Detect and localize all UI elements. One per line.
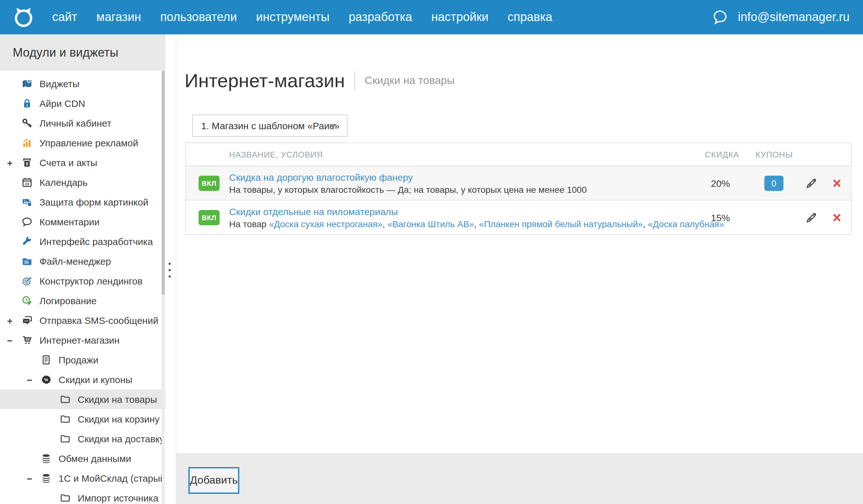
folder-icon <box>60 394 71 405</box>
cdn-lock-icon: A <box>22 98 33 109</box>
discount-value: 20% <box>692 178 749 188</box>
edit-button[interactable] <box>806 212 817 223</box>
sidebar-item[interactable]: −Интернет-магазин <box>0 330 165 350</box>
discount-title-link[interactable]: Скидка на дорогую влагостойкую фанеру <box>229 172 587 182</box>
sidebar-item[interactable]: Интерфейс разработчика <box>0 232 165 251</box>
discounts-table: НАЗВАНИЕ, УСЛОВИЯ СКИДКА КУПОНЫ ВКЛСкидк… <box>185 142 852 235</box>
topbar-menu-item[interactable]: настройки <box>431 10 488 24</box>
shop-select-dropdown[interactable]: 1. Магазин с шаблоном «Раис» <box>192 115 348 137</box>
widgets-map-icon <box>22 78 33 89</box>
sidebar-item-label: Айри CDN <box>39 98 85 109</box>
sidebar-item[interactable]: Логирование <box>0 291 165 311</box>
topbar-email-link[interactable]: info@sitemanager.ru <box>738 10 850 24</box>
add-discount-button[interactable]: Добавить <box>188 467 239 494</box>
sidebar-item[interactable]: Скидки на товары <box>0 389 165 409</box>
folder-icon <box>60 493 71 503</box>
topbar-menu-item[interactable]: справка <box>508 10 552 24</box>
sidebar-item-label: Логирование <box>39 295 97 306</box>
expand-icon[interactable]: + <box>7 316 13 325</box>
sidebar-item[interactable]: +$Счета и акты <box>0 153 165 173</box>
database-icon <box>41 453 52 464</box>
calendar-icon: 24 <box>22 177 33 188</box>
discount-name-cell: Скидки отдельные на пиломатериалыНа това… <box>229 206 675 229</box>
column-header-name: НАЗВАНИЕ, УСЛОВИЯ <box>229 150 323 159</box>
collapse-icon[interactable]: − <box>27 474 33 483</box>
sidebar-item[interactable]: Обмен данными <box>0 449 165 468</box>
sidebar-item-label: 1С и МойСклад (старый обмен) <box>59 473 165 484</box>
sidebar-item-label: Импорт источника <box>78 493 159 503</box>
edit-button[interactable] <box>806 177 817 189</box>
folder-icon <box>60 414 71 425</box>
sidebar-item-label: Комментарии <box>39 216 100 227</box>
expand-icon[interactable]: + <box>7 158 13 167</box>
sidebar-item[interactable]: +Отправка SMS-сообщений <box>0 311 165 330</box>
collapse-icon[interactable]: − <box>7 335 13 345</box>
sidebar-item[interactable]: Импорт источника <box>0 488 165 504</box>
topbar-menu-item[interactable]: пользователи <box>160 10 237 24</box>
page-head: Интернет-магазин Скидки на товары <box>185 71 455 90</box>
delete-button[interactable] <box>831 212 843 223</box>
discount-name-cell: Скидка на дорогую влагостойкую фанеруНа … <box>229 172 587 194</box>
sidebar-item-label: Защита форм картинкой <box>39 197 148 207</box>
sidebar-scrollbar-thumb[interactable] <box>162 71 165 295</box>
sidebar-item[interactable]: AАйри CDN <box>0 93 165 113</box>
topbar-menu-item[interactable]: магазин <box>97 10 141 24</box>
content-divider <box>176 34 176 504</box>
svg-text:%: % <box>44 377 48 382</box>
svg-text:$: $ <box>26 162 28 166</box>
product-link[interactable]: «Доска сухая нестроганая» <box>269 218 383 229</box>
delete-button[interactable] <box>831 177 843 189</box>
sidebar-item[interactable]: Защита форм картинкой <box>0 192 165 212</box>
page-title: Интернет-магазин <box>185 71 345 90</box>
product-link[interactable]: «Вагонка Штиль АВ» <box>388 218 474 229</box>
condition-text: , <box>474 218 479 229</box>
product-link[interactable]: «Планкен прямой белый натуральный» <box>479 218 643 229</box>
collapse-icon[interactable]: − <box>27 375 33 385</box>
sidebar-title: Модули и виджеты <box>0 34 165 71</box>
topbar-menu-item[interactable]: разработка <box>349 10 412 24</box>
sitemanager-logo-icon[interactable] <box>12 6 35 29</box>
discount-value: 15% <box>692 212 749 223</box>
sidebar-item-label: Календарь <box>39 177 88 188</box>
svg-text:24: 24 <box>25 182 29 186</box>
folder-files-icon <box>22 256 33 267</box>
sidebar-item-label: Виджеты <box>39 78 79 89</box>
topbar-menu-item[interactable]: сайт <box>52 10 77 24</box>
status-toggle-badge[interactable]: ВКЛ <box>199 210 220 225</box>
sidebar-item[interactable]: Скидки на доставку <box>0 429 165 449</box>
sidebar-item[interactable]: Продажи <box>0 350 165 370</box>
sidebar-item[interactable]: Управление рекламой <box>0 133 165 153</box>
table-body: ВКЛСкидка на дорогую влагостойкую фанеру… <box>186 166 851 234</box>
discount-title-link[interactable]: Скидки отдельные на пиломатериалы <box>229 206 675 217</box>
status-toggle-badge[interactable]: ВКЛ <box>199 175 220 191</box>
sidebar-item[interactable]: −%Скидки и купоны <box>0 370 165 389</box>
sidebar-resize-handle[interactable] <box>168 263 171 277</box>
condition-text: На товары, у которых влагостойкость — Да… <box>229 184 587 194</box>
invoice-icon: $ <box>22 157 33 168</box>
sidebar-item-label: Продажи <box>59 354 98 365</box>
chat-bubble-icon[interactable] <box>712 9 728 25</box>
sidebar-item[interactable]: Файл-менеджер <box>0 251 165 271</box>
topbar: сайтмагазинпользователиинструментыразраб… <box>0 0 863 34</box>
page-subtitle: Скидки на товары <box>365 74 455 87</box>
wrench-icon <box>22 236 33 247</box>
sidebar-item-label: Счета и акты <box>39 157 97 168</box>
sidebar-item[interactable]: −1С и МойСклад (старый обмен) <box>0 468 165 488</box>
sidebar-item[interactable]: Личный кабинет <box>0 113 165 133</box>
coupons-count-badge[interactable]: 0 <box>764 175 784 191</box>
sidebar-item[interactable]: Комментарии <box>0 212 165 232</box>
sidebar-item-label: Управление рекламой <box>39 137 138 148</box>
topbar-menu-item[interactable]: инструменты <box>256 10 330 24</box>
target-icon <box>22 276 33 286</box>
condition-text: , <box>383 218 388 229</box>
shop-select-value: 1. Магазин с шаблоном «Раис» <box>201 120 339 131</box>
sidebar-item[interactable]: Скидки на корзину <box>0 409 165 429</box>
database-icon <box>41 473 52 484</box>
sms-icon <box>22 315 33 326</box>
sidebar-item[interactable]: 24Календарь <box>0 173 165 192</box>
sidebar-item[interactable]: Конструктор лендингов <box>0 271 165 291</box>
table-header: НАЗВАНИЕ, УСЛОВИЯ СКИДКА КУПОНЫ <box>186 143 851 166</box>
sidebar-item-label: Скидки на товары <box>78 394 157 405</box>
sidebar-item[interactable]: Виджеты <box>0 74 165 93</box>
folder-icon <box>60 433 71 444</box>
